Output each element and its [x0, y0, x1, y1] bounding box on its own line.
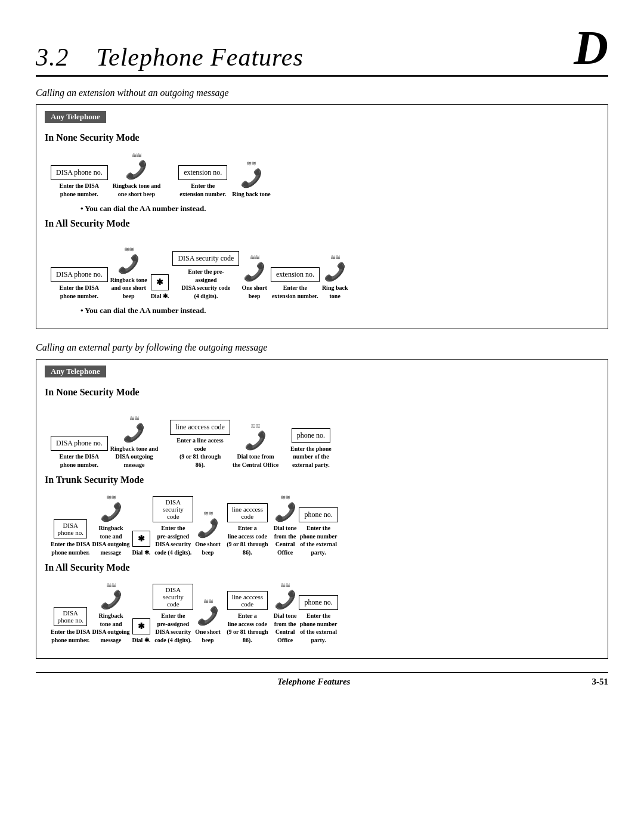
- extension-unit2: extension no. Enter theextension number.: [271, 251, 320, 300]
- section2-mode1-label: In None Security Mode: [45, 387, 599, 398]
- section1-mode1-flow: DISA phone no. Enter the DISA phone numb…: [51, 149, 599, 198]
- extension-no-unit1: extension no. Enter the extension number…: [178, 149, 227, 198]
- star-unit5: ✱ Dial ✱.: [132, 603, 151, 645]
- line-access-unit5: line acccesscode Enter aline access code…: [223, 579, 272, 644]
- disa-sec-unit4: DISA securitycode Enter thepre-assignedD…: [153, 491, 193, 556]
- star-box5: ✱: [132, 618, 150, 634]
- section1-mode2-label: In All Security Mode: [45, 218, 599, 229]
- section2-mode1-flow: DISA phone no. Enter the DISAphone numbe…: [51, 404, 599, 469]
- section1-mode2-note: • You can dial the AA number instead.: [80, 306, 599, 315]
- section2: Calling an external party by following t…: [36, 342, 608, 659]
- disa-phone-unit3: DISA phone no. Enter the DISAphone numbe…: [51, 420, 108, 469]
- section1-mode2-flow: DISA phone no. Enter the DISAphone numbe…: [51, 235, 599, 300]
- page-title: 3.2 Telephone Features: [36, 43, 304, 72]
- phone-no-unit5: phone no. Enter thephone numberof the ex…: [299, 579, 338, 644]
- footer-page: 3-51: [592, 677, 609, 687]
- phone-unit4b: ≋≋ 📞 One shortbeep: [195, 507, 221, 556]
- section2-mode2-flow: DISAphone no. Enter the DISAphone number…: [51, 491, 599, 556]
- line-access-box5: line acccesscode: [227, 591, 268, 610]
- section2-mode3-flow: DISAphone no. Enter the DISAphone number…: [51, 579, 599, 644]
- disa-sec-unit5: DISA securitycode Enter thepre-assignedD…: [153, 579, 193, 644]
- section1-box-title: Any Telephone: [45, 111, 106, 123]
- phone-unit4a: ≋≋ 📞 Ringbacktone andDISA outgoingmessag…: [92, 491, 129, 556]
- disa-sec-box5: DISA securitycode: [153, 584, 193, 610]
- section2-mode2-label: In Trunk Security Mode: [45, 475, 599, 485]
- phone-unit4c: ≋≋ 📞 Dial tonefrom theCentralOffice: [274, 491, 297, 556]
- phone-icon-unit1b: ≋≋ 📞 Ring back tone: [232, 157, 270, 199]
- footer-title: Telephone Features: [277, 677, 350, 687]
- phone-unit5a: ≋≋ 📞 Ringbacktone andDISA outgoingmessag…: [92, 579, 129, 644]
- phone-unit3b: ≋≋ 📞 Dial tone fromthe Central Office: [233, 420, 278, 469]
- disa-phone-unit5: DISAphone no. Enter the DISAphone number…: [51, 595, 90, 644]
- page-footer: Telephone Features 3-51: [36, 672, 608, 687]
- page-header: 3.2 Telephone Features D: [36, 24, 608, 77]
- disa-phone-unit2: DISA phone no. Enter the DISAphone numbe…: [51, 251, 108, 300]
- phone-unit2c: ≋≋ 📞 Ring backtone: [322, 251, 348, 300]
- phone-no-box5: phone no.: [299, 595, 338, 610]
- phone-no-unit4: phone no. Enter thephone numberof the ex…: [299, 491, 338, 556]
- section2-box-title: Any Telephone: [45, 366, 106, 377]
- disa-security-unit2: DISA security code Enter the pre-assigne…: [172, 235, 239, 300]
- disa-phone-box5: DISAphone no.: [54, 607, 87, 626]
- line-access-box4: line acccesscode: [227, 503, 268, 522]
- disa-phone-box-unit1: DISA phone no. Enter the DISA phone numb…: [51, 149, 108, 198]
- disa-phone-box1: DISA phone no.: [51, 165, 108, 180]
- disa-sec-box4: DISA securitycode: [153, 496, 193, 522]
- star-unit2: ✱ Dial ✱.: [151, 259, 169, 301]
- section2-diagram-box: Any Telephone In None Security Mode DISA…: [36, 359, 608, 659]
- line-access-unit3: line acccess code Enter a line access co…: [170, 404, 230, 469]
- phone-unit2a: ≋≋ 📞 Ringback toneand one shortbeep: [110, 243, 147, 301]
- section2-heading: Calling an external party by following t…: [36, 342, 608, 353]
- disa-phone-box4: DISAphone no.: [54, 519, 87, 538]
- section1-mode1-label: In None Security Mode: [45, 132, 599, 143]
- section1-mode1-note: • You can dial the AA number instead.: [80, 204, 599, 213]
- star-box4: ✱: [132, 531, 150, 547]
- line-access-unit4: line acccesscode Enter aline access code…: [223, 491, 272, 556]
- phone-icon-unit1a: ≋≋ 📞 Ringback tone andone short beep: [113, 149, 161, 198]
- disa-phone-box3: DISA phone no.: [51, 436, 108, 451]
- disa-phone-box2: DISA phone no.: [51, 267, 108, 282]
- phone-unit5c: ≋≋ 📞 Dial tonefrom theCentralOffice: [274, 579, 297, 644]
- star-unit4: ✱ Dial ✱.: [132, 516, 151, 557]
- section2-mode3-label: In All Security Mode: [45, 562, 599, 573]
- section-number: 3.2: [36, 44, 69, 71]
- phone-unit2b: ≋≋ 📞 One shortbeep: [242, 251, 267, 300]
- phone-unit3a: ≋≋ 📞 Ringback tone andDISA outgoingmessa…: [110, 412, 159, 469]
- phone-no-box4: phone no.: [299, 507, 338, 522]
- header-title-text: Telephone Features: [97, 44, 304, 71]
- phone-unit5b: ≋≋ 📞 One shortbeep: [195, 595, 221, 644]
- section1-diagram-box: Any Telephone In None Security Mode DISA…: [36, 104, 608, 329]
- chapter-letter: D: [574, 24, 608, 72]
- extension-box2: extension no.: [271, 267, 320, 282]
- phone-no-unit3: phone no. Enter the phonenumber of theex…: [290, 412, 332, 469]
- line-access-box3: line acccess code: [170, 420, 230, 435]
- section1: Calling an extension without an outgoing…: [36, 88, 608, 329]
- disa-phone-unit4: DISAphone no. Enter the DISAphone number…: [51, 507, 90, 556]
- section1-heading: Calling an extension without an outgoing…: [36, 88, 608, 98]
- disa-security-box2: DISA security code: [172, 251, 239, 266]
- extension-no-box1: extension no.: [178, 165, 227, 180]
- phone-no-box3: phone no.: [292, 428, 330, 443]
- star-box2: ✱: [151, 274, 169, 290]
